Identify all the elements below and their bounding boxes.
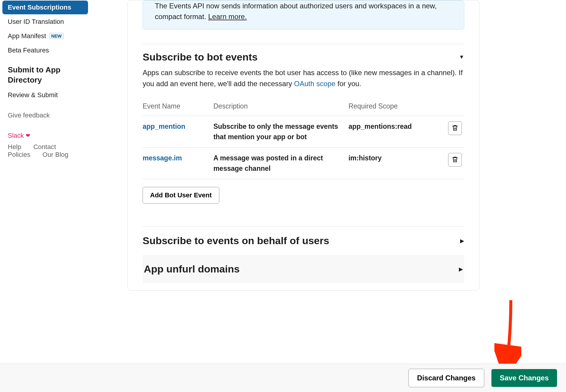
slack-love-link[interactable]: Slack ❤: [2, 128, 88, 143]
user-events-title: Subscribe to events on behalf of users: [143, 235, 329, 247]
heart-icon: ❤: [26, 132, 30, 139]
add-bot-user-event-button[interactable]: Add Bot User Event: [143, 187, 219, 204]
sidebar-item-app-manifest[interactable]: App Manifest NEW: [2, 29, 88, 43]
bot-events-title: Subscribe to bot events: [143, 51, 257, 63]
unfurl-domains-title: App unfurl domains: [144, 263, 240, 275]
info-banner: The Events API now sends information abo…: [143, 0, 464, 30]
table-row: app_mention Subscribe to only the messag…: [143, 116, 464, 148]
user-events-header[interactable]: Subscribe to events on behalf of users ▶: [143, 226, 464, 255]
caret-right-icon: ▶: [460, 238, 464, 244]
caret-down-icon: ▼: [459, 54, 464, 60]
save-changes-button[interactable]: Save Changes: [491, 369, 557, 387]
event-description: Subscribe to only the message events tha…: [213, 116, 348, 148]
col-description: Description: [213, 98, 348, 116]
sidebar-item-event-subscriptions[interactable]: Event Subscriptions: [2, 1, 88, 14]
unfurl-domains-header[interactable]: App unfurl domains ▶: [143, 255, 464, 283]
footer-bar: Discard Changes Save Changes: [0, 364, 566, 392]
slack-love-label: Slack: [8, 132, 24, 140]
discard-changes-button[interactable]: Discard Changes: [408, 369, 484, 387]
sidebar-item-review-submit[interactable]: Review & Submit: [2, 88, 88, 103]
info-banner-text: The Events API now sends information abo…: [155, 2, 437, 21]
oauth-scope-link[interactable]: OAuth scope: [294, 80, 336, 88]
learn-more-link[interactable]: Learn more.: [208, 13, 247, 21]
event-scope: im:history: [348, 148, 439, 179]
sidebar-item-label: App Manifest: [8, 32, 46, 40]
caret-right-icon: ▶: [459, 266, 463, 272]
policies-link[interactable]: Policies: [2, 149, 36, 160]
new-badge: NEW: [49, 33, 64, 39]
bot-events-body-post: for you.: [335, 80, 361, 88]
event-scope: app_mentions:read: [348, 116, 439, 148]
event-link-message-im[interactable]: message.im: [143, 154, 182, 162]
bot-events-header[interactable]: Subscribe to bot events ▼: [128, 44, 479, 63]
submit-heading: Submit to App Directory: [2, 58, 88, 88]
give-feedback-link[interactable]: Give feedback: [2, 108, 55, 123]
bot-events-table: Event Name Description Required Scope ap…: [143, 98, 464, 179]
sidebar-item-beta-features[interactable]: Beta Features: [2, 44, 88, 57]
col-event-name: Event Name: [143, 98, 213, 116]
col-required-scope: Required Scope: [348, 98, 439, 116]
sidebar: Event Subscriptions User ID Translation …: [0, 0, 88, 392]
event-link-app-mention[interactable]: app_mention: [143, 123, 185, 130]
trash-icon: [451, 124, 459, 132]
delete-event-button[interactable]: [448, 121, 462, 135]
table-row: message.im A message was posted in a dir…: [143, 148, 464, 179]
event-description: A message was posted in a direct message…: [213, 148, 348, 179]
sidebar-item-user-id-translation[interactable]: User ID Translation: [2, 15, 88, 29]
delete-event-button[interactable]: [448, 153, 462, 167]
trash-icon: [451, 156, 459, 164]
settings-card: The Events API now sends information abo…: [127, 0, 479, 291]
bot-events-description: Apps can subscribe to receive events the…: [128, 63, 479, 89]
blog-link[interactable]: Our Blog: [37, 149, 74, 160]
